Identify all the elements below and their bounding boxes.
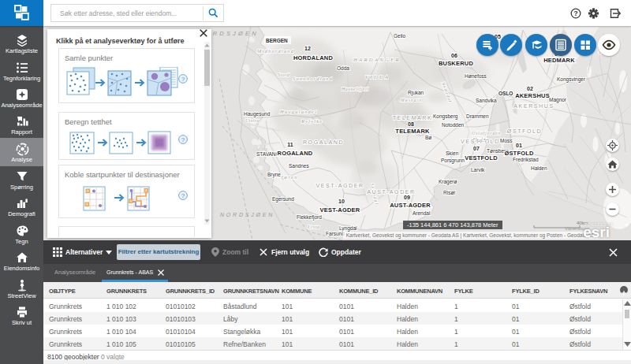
svg-text:TELEMARK: TELEMARK — [393, 115, 433, 121]
svg-text:06: 06 — [451, 53, 457, 58]
svg-text:?: ? — [573, 9, 578, 17]
svg-text:BUSKERUD: BUSKERUD — [439, 60, 473, 67]
svg-text:ØSTFOLD: ØSTFOLD — [507, 128, 542, 134]
svg-text:07: 07 — [473, 146, 480, 151]
svg-text:02: 02 — [527, 86, 533, 91]
svg-text:Stord: Stord — [278, 72, 290, 77]
svg-text:ROGALAND: ROGALAND — [303, 139, 344, 145]
svg-text:Odda: Odda — [337, 65, 349, 71]
svg-text:TELEMARK: TELEMARK — [395, 128, 430, 135]
svg-text:HORDALAND: HORDALAND — [293, 54, 334, 61]
svg-text:Bryne: Bryne — [267, 172, 281, 178]
svg-text:VESTFOLD: VESTFOLD — [461, 139, 500, 144]
svg-text:?: ? — [181, 192, 185, 199]
svg-text:HEDMARK: HEDMARK — [543, 57, 575, 64]
svg-text:Utsira: Utsira — [245, 118, 259, 123]
svg-text:Møsvatn: Møsvatn — [400, 98, 422, 102]
svg-text:?: ? — [181, 136, 185, 143]
svg-text:AUST-AGDER: AUST-AGDER — [390, 202, 431, 209]
svg-text:AKERSHUS: AKERSHUS — [513, 103, 554, 109]
svg-text:Geilo: Geilo — [394, 33, 406, 39]
svg-text:Egersund: Egersund — [272, 196, 294, 202]
svg-text:Jæren: Jæren — [281, 174, 298, 180]
svg-text:Magnor: Magnor — [549, 97, 567, 103]
svg-text:11: 11 — [287, 142, 293, 147]
svg-text:Haugesund: Haugesund — [244, 111, 271, 117]
svg-text:Moss: Moss — [500, 138, 513, 143]
svg-text:Porsgrunn: Porsgrunn — [441, 158, 465, 164]
svg-text:Arendal: Arendal — [413, 210, 431, 216]
svg-text:Sandvika: Sandvika — [476, 98, 497, 103]
svg-text:Rjukan: Rjukan — [408, 90, 424, 96]
svg-text:10: 10 — [338, 199, 345, 204]
svg-text:Hønefoss: Hønefoss — [465, 73, 487, 79]
svg-text:OSLO: OSLO — [498, 91, 513, 96]
svg-text:Fredrikstad: Fredrikstad — [513, 157, 539, 162]
svg-text:Kongsberg: Kongsberg — [433, 113, 458, 120]
svg-text:Skien: Skien — [446, 150, 459, 156]
svg-text:VEST-AGDER: VEST-AGDER — [320, 206, 360, 214]
svg-text:Ryfylke: Ryfylke — [301, 118, 323, 124]
svg-text:VIDDA: VIDDA — [365, 74, 390, 80]
svg-text:Sunnhordland: Sunnhordland — [293, 76, 333, 81]
svg-text:VEST-AGDER: VEST-AGDER — [316, 183, 364, 188]
svg-text:NORDSJØEN: NORDSJØEN — [220, 212, 274, 217]
svg-text:Haukelifjell: Haukelifjell — [341, 87, 368, 91]
svg-text:08: 08 — [408, 121, 414, 127]
svg-text:Midhordland: Midhordland — [256, 48, 294, 54]
svg-text:Risør: Risør — [443, 190, 456, 195]
svg-text:Notodden: Notodden — [442, 122, 465, 128]
svg-text:Bø: Bø — [425, 135, 431, 140]
svg-text:12: 12 — [304, 46, 311, 51]
svg-text:Flekkefjord: Flekkefjord — [297, 214, 322, 221]
svg-text:Sandnes: Sandnes — [289, 163, 309, 169]
svg-text:Kragerø: Kragerø — [439, 179, 457, 185]
svg-text:AUST-AGDER: AUST-AGDER — [367, 189, 416, 195]
svg-text:Lista: Lista — [307, 224, 320, 229]
svg-text:Oslofjorden: Oslofjorden — [472, 131, 501, 136]
svg-text:BERGEN: BERGEN — [266, 38, 288, 43]
svg-text:Kongsvinger: Kongsvinger — [557, 76, 586, 83]
svg-text:VESTFOLD: VESTFOLD — [465, 154, 498, 162]
svg-text:Larvik: Larvik — [471, 167, 485, 173]
svg-text:Halden: Halden — [531, 165, 547, 171]
svg-text:09: 09 — [404, 195, 410, 200]
svg-text:Haugalandet: Haugalandet — [279, 109, 317, 114]
svg-text:Farsund: Farsund — [326, 231, 345, 236]
svg-text:HARDANGER: HARDANGER — [353, 57, 401, 62]
svg-text:ØSTFOLD: ØSTFOLD — [504, 150, 534, 157]
svg-text:ROGALAND: ROGALAND — [278, 150, 313, 157]
svg-text:01: 01 — [516, 143, 522, 148]
svg-text:Drammen: Drammen — [466, 113, 489, 119]
svg-text:AKERSHUS: AKERSHUS — [515, 92, 550, 99]
svg-text:?: ? — [181, 76, 185, 83]
